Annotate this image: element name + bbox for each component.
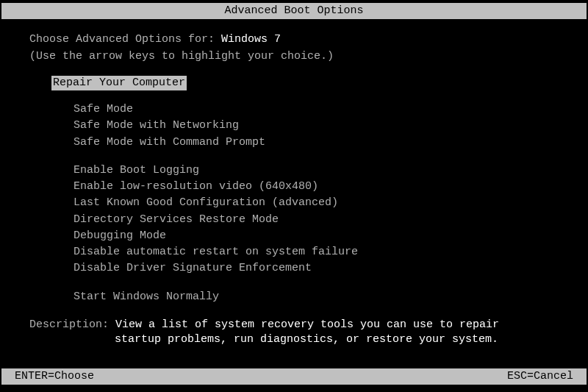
- instruction-text: (Use the arrow keys to highlight your ch…: [29, 49, 588, 64]
- menu-group-safe: Safe Mode Safe Mode with Networking Safe…: [74, 102, 588, 150]
- selected-menu-item[interactable]: Repair Your Computer: [51, 76, 187, 90]
- menu-item[interactable]: Safe Mode with Command Prompt: [74, 135, 588, 150]
- menu-item[interactable]: Disable automatic restart on system fail…: [74, 245, 588, 260]
- description-text-1: View a list of system recovery tools you…: [115, 318, 499, 331]
- description-text-2: startup problems, run diagnostics, or re…: [115, 332, 588, 347]
- prompt-label: Choose Advanced Options for:: [29, 33, 221, 46]
- title-text: Advanced Boot Options: [224, 4, 363, 17]
- menu-item[interactable]: Directory Services Restore Mode: [74, 213, 588, 227]
- prompt-line: Choose Advanced Options for: Windows 7: [29, 32, 588, 47]
- description-label: Description:: [29, 318, 115, 331]
- footer-bar: ENTER=Choose ESC=Cancel: [1, 368, 587, 385]
- os-name: Windows 7: [221, 33, 281, 46]
- menu-item[interactable]: Start Windows Normally: [74, 290, 588, 304]
- menu-group-normal: Start Windows Normally: [74, 290, 588, 304]
- menu-item[interactable]: Last Known Good Configuration (advanced): [74, 196, 588, 210]
- menu-item[interactable]: Safe Mode with Networking: [74, 118, 588, 133]
- footer-esc: ESC=Cancel: [507, 369, 573, 384]
- menu-list: Safe Mode Safe Mode with Networking Safe…: [74, 102, 588, 304]
- description-block: Description: View a list of system recov…: [29, 318, 588, 348]
- menu-item[interactable]: Disable Driver Signature Enforcement: [74, 261, 588, 276]
- menu-item[interactable]: Enable low-resolution video (640x480): [74, 179, 588, 194]
- menu-group-advanced: Enable Boot Logging Enable low-resolutio…: [74, 163, 588, 277]
- title-bar: Advanced Boot Options: [1, 3, 587, 19]
- menu-item[interactable]: Debugging Mode: [74, 229, 588, 243]
- menu-item[interactable]: Safe Mode: [74, 102, 588, 117]
- footer-enter: ENTER=Choose: [15, 369, 94, 384]
- content-area: Choose Advanced Options for: Windows 7 (…: [0, 19, 588, 347]
- menu-item[interactable]: Enable Boot Logging: [74, 163, 588, 178]
